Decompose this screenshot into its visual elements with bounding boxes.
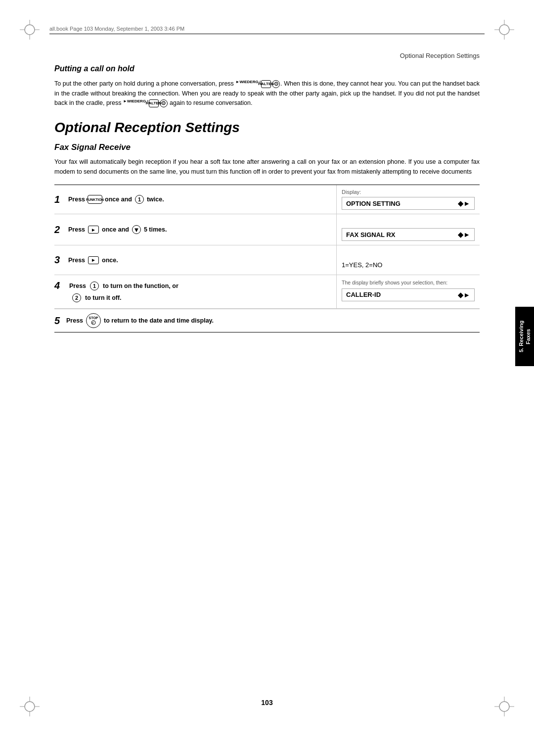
step-3-row: 3 Press ► once. 1=YES, 2=NO bbox=[54, 245, 480, 275]
svg-point-5 bbox=[499, 25, 509, 35]
step-4-display-small: The display briefly shows your selection… bbox=[342, 279, 475, 286]
step-3-left: 3 Press ► once. bbox=[54, 245, 336, 275]
step-2-key: ► bbox=[88, 226, 99, 234]
step-1-press: Press bbox=[68, 196, 85, 203]
step-2-line: 2 Press ► once and ▼ 5 times. bbox=[54, 224, 167, 236]
step-3-press: Press bbox=[68, 257, 85, 264]
main-content: Putting a call on hold To put the other … bbox=[54, 59, 480, 332]
stop-key: STOP ⊗ bbox=[86, 313, 101, 328]
fax-signal-title: Fax Signal Receive bbox=[54, 142, 480, 152]
step-1-key-1: 1 bbox=[135, 195, 144, 204]
fax-signal-receive-section: Fax Signal Receive Your fax will automat… bbox=[54, 142, 480, 177]
step-1-display: OPTION SETTING ◆► bbox=[342, 197, 475, 210]
step-4-display: CALLER-ID ◆► bbox=[342, 288, 475, 301]
step-1-line: 1 Press FUNKTION once and 1 twice. bbox=[54, 194, 164, 205]
step-2-row: 2 Press ► once and ▼ 5 times. FAX SIGNAL… bbox=[54, 214, 480, 245]
step-2-arrow: ◆► bbox=[458, 231, 470, 238]
step-5-press: Press bbox=[66, 317, 83, 324]
step-1-twice: twice. bbox=[147, 196, 164, 203]
fax-signal-body: Your fax will automatically begin recept… bbox=[54, 157, 480, 177]
step-1-display-label: Display: bbox=[342, 189, 475, 195]
step-4-key-2: 2 bbox=[72, 293, 81, 302]
section-header-right: Optional Reception Settings bbox=[400, 52, 480, 59]
step-4-row: 4 Press 1 to turn on the function, or 2 … bbox=[54, 275, 480, 309]
step-4-display-text: CALLER-ID bbox=[346, 291, 381, 298]
putting-call-on-hold-section: Putting a call on hold To put the other … bbox=[54, 64, 480, 108]
step-2-once-and: once and bbox=[102, 226, 129, 233]
step-3-number: 3 bbox=[54, 254, 63, 266]
phone-icon-circle: ⊙ bbox=[272, 80, 280, 88]
step-2-number: 2 bbox=[54, 224, 63, 236]
side-tab-line1: 5. Receiving bbox=[518, 321, 525, 352]
step-1-right: Display: OPTION SETTING ◆► bbox=[336, 185, 480, 214]
page-number: 103 bbox=[0, 699, 534, 707]
step-4-arrow: ◆► bbox=[458, 291, 470, 299]
step-1-display-text: OPTION SETTING bbox=[346, 200, 400, 207]
wiederg-key: HALTEN bbox=[261, 80, 271, 88]
step-2-times: 5 times. bbox=[144, 226, 167, 233]
phone-icon-circle2: ⊙ bbox=[160, 99, 168, 107]
step-2-display-text: FAX SIGNAL RX bbox=[346, 231, 395, 238]
step-3-once: once. bbox=[102, 257, 118, 264]
step-3-line: 3 Press ► once. bbox=[54, 254, 118, 266]
step-2-left: 2 Press ► once and ▼ 5 times. bbox=[54, 214, 336, 245]
step-4-press: Press bbox=[69, 283, 86, 289]
header-bar: all.book Page 103 Monday, September 1, 2… bbox=[49, 26, 485, 34]
step-1-left: 1 Press FUNKTION once and 1 twice. bbox=[54, 185, 336, 214]
step-4-sub-instruction: to turn it off. bbox=[85, 294, 122, 301]
step-2-right: FAX SIGNAL RX ◆► bbox=[336, 214, 480, 245]
page: all.book Page 103 Monday, September 1, 2… bbox=[0, 0, 534, 756]
side-tab: 5. Receiving Faxes bbox=[515, 307, 534, 366]
step-4-left: 4 Press 1 to turn on the function, or 2 … bbox=[54, 275, 336, 308]
step-2-display: FAX SIGNAL RX ◆► bbox=[342, 228, 475, 241]
instruction-table: 1 Press FUNKTION once and 1 twice. Displ… bbox=[54, 185, 480, 332]
step-1-arrow: ◆► bbox=[458, 199, 470, 207]
putting-call-title: Putting a call on hold bbox=[54, 64, 480, 73]
corner-mark-tl bbox=[20, 20, 40, 40]
svg-text:⊗: ⊗ bbox=[92, 322, 94, 324]
funktion-key: FUNKTION bbox=[88, 195, 102, 204]
step-5-number: 5 bbox=[54, 315, 63, 327]
step-3-key: ► bbox=[88, 256, 99, 264]
step-4-main: 4 Press 1 to turn on the function, or bbox=[54, 280, 178, 291]
file-info: all.book Page 103 Monday, September 1, 2… bbox=[49, 26, 184, 32]
wiederg-key2: HALTEN bbox=[149, 99, 159, 107]
step-1-row: 1 Press FUNKTION once and 1 twice. Displ… bbox=[54, 185, 480, 214]
step-4-instruction: to turn on the function, or bbox=[103, 283, 178, 289]
step-3-display: 1=YES, 2=NO bbox=[342, 259, 475, 271]
step-3-right: 1=YES, 2=NO bbox=[336, 245, 480, 275]
step-1-once-and: once and bbox=[105, 196, 132, 203]
side-tab-line2: Faxes bbox=[525, 329, 532, 344]
step-4-key-1: 1 bbox=[90, 282, 99, 290]
step-4-sub: 2 to turn it off. bbox=[54, 293, 122, 302]
step-2-press: Press bbox=[68, 226, 85, 233]
step-5-row: 5 Press STOP ⊗ to return to the date and… bbox=[54, 309, 480, 332]
corner-mark-tr bbox=[494, 20, 514, 40]
step-4-right: The display briefly shows your selection… bbox=[336, 275, 480, 308]
svg-point-0 bbox=[25, 25, 35, 35]
step-3-display-text: 1=YES, 2=NO bbox=[342, 261, 382, 269]
putting-call-body: To put the other party on hold during a … bbox=[54, 79, 480, 108]
main-section-title: Optional Reception Settings bbox=[54, 120, 480, 136]
step-1-number: 1 bbox=[54, 194, 63, 205]
step-4-number: 4 bbox=[54, 280, 63, 291]
step-5-instruction: to return to the date and time display. bbox=[104, 317, 214, 324]
step-2-key-down: ▼ bbox=[132, 225, 141, 234]
